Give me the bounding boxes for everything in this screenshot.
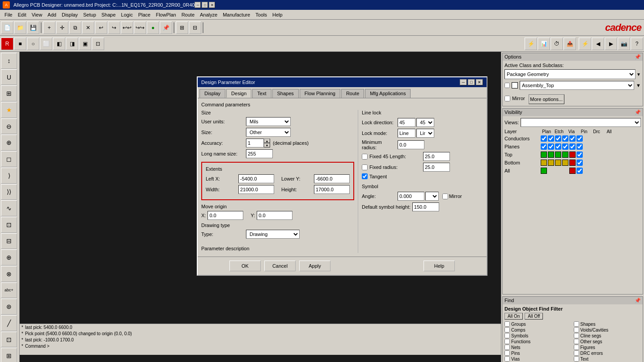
cond-pin[interactable] [562,135,568,142]
voids-checkbox[interactable] [574,327,579,333]
tab-shapes[interactable]: Shapes [272,89,299,98]
bot-all[interactable] [576,160,583,166]
t5[interactable]: ◧ [53,38,65,50]
r9[interactable]: ? [631,38,643,50]
menu-file[interactable]: File [2,11,15,18]
menu-tools[interactable]: Tools [253,11,270,18]
othersegs-checkbox[interactable] [574,339,579,344]
bot-col4[interactable] [562,160,568,166]
menu-help[interactable]: Help [270,11,285,18]
tool14[interactable]: ⊗ [1,266,17,282]
menu-analyze[interactable]: Analyze [197,11,220,18]
vias-checkbox[interactable] [504,356,510,362]
help-button[interactable]: Help [424,261,455,271]
t3[interactable]: ○ [27,38,39,50]
top-col4[interactable] [562,152,568,158]
tab-display[interactable]: Display [199,89,225,98]
plane-plan[interactable] [541,143,547,150]
top-col2[interactable] [548,152,554,158]
top-col3[interactable] [555,152,561,158]
top-all[interactable] [576,152,583,158]
apply-button[interactable]: Apply [299,261,330,271]
dialog-maximize[interactable]: □ [468,79,475,85]
fixed-radius-checkbox[interactable] [362,164,368,170]
drc-checkbox[interactable] [574,350,579,356]
cancel-button[interactable]: Cancel [264,261,296,271]
angle-input[interactable] [398,192,424,201]
options-pin[interactable]: 📌 [635,54,641,60]
plane-pin[interactable] [562,143,568,150]
left-x-input[interactable] [238,174,274,183]
tool6[interactable]: ⊕ [1,135,17,151]
symbol-mirror-checkbox[interactable] [442,194,448,199]
tool4[interactable]: ★ [1,102,17,118]
tool10[interactable]: ∿ [1,200,17,216]
cond-all[interactable] [576,135,583,142]
lock-dir-input[interactable] [398,118,415,127]
menu-place[interactable]: Place [136,11,153,18]
bot-col1[interactable] [541,160,547,166]
plane-etch[interactable] [548,143,554,150]
min-radius-input[interactable] [398,140,424,149]
lock-dir-dropdown[interactable]: 4590 [416,118,434,127]
cond-via[interactable] [555,135,561,142]
fixed45-input[interactable] [423,152,450,161]
r8[interactable]: 📷 [618,38,630,50]
t6[interactable]: ◨ [66,38,78,50]
menu-view[interactable]: View [29,11,45,18]
r7[interactable]: ▶ [605,38,617,50]
tab-text[interactable]: Text [252,89,271,98]
mirror-checkbox[interactable] [504,96,510,101]
plane-drc[interactable] [569,143,576,150]
figures-checkbox[interactable] [574,345,579,350]
assembly-checkbox[interactable] [504,83,510,88]
y-input[interactable] [257,211,292,220]
pins-checkbox[interactable] [504,350,510,356]
zoom-out-btn[interactable]: ⊟ [189,21,201,34]
tab-route[interactable]: Route [341,89,364,98]
maximize-button[interactable]: □ [202,2,208,8]
undo-btn[interactable]: ↩ [95,21,107,34]
plane-all[interactable] [576,143,583,150]
undo2-btn[interactable]: ↩↩ [121,21,133,34]
menu-display[interactable]: Display [59,11,80,18]
x-input[interactable] [208,211,243,220]
spin-up[interactable]: ▲ [264,139,270,143]
copy-btn[interactable]: ⧉ [69,21,81,34]
lock-mode-dropdown[interactable]: LineArc [416,129,434,138]
functions-checkbox[interactable] [504,339,510,344]
lock-mode-input[interactable] [398,129,415,138]
dialog-minimize[interactable]: ─ [460,79,467,85]
tool11[interactable]: ⊡ [1,217,17,233]
minimize-button[interactable]: ─ [195,2,201,8]
bot-col2[interactable] [548,160,554,166]
menu-setup[interactable]: Setup [80,11,99,18]
clinesegs-checkbox[interactable] [574,333,579,338]
tool2[interactable]: U [1,69,17,85]
all-all[interactable] [576,168,583,174]
dialog-close[interactable]: ✕ [476,79,483,85]
all-on-button[interactable]: All On [504,313,523,320]
t7[interactable]: ▣ [79,38,91,50]
menu-flowplan[interactable]: FlowPlan [153,11,178,18]
bot-col3[interactable] [555,160,561,166]
vis-pin[interactable]: 📌 [635,109,641,115]
accuracy-input[interactable] [246,139,264,147]
groups-checkbox[interactable] [504,321,510,327]
width-input[interactable] [238,185,274,194]
symbols-checkbox[interactable] [504,333,510,338]
text-checkbox[interactable] [574,356,579,362]
all-col1[interactable] [541,168,547,174]
tool3[interactable]: ⊞ [1,85,17,101]
fixed45-checkbox[interactable] [362,154,368,160]
plane-via[interactable] [555,143,561,150]
save-button[interactable]: 💾 [27,21,39,34]
views-select[interactable] [521,118,641,127]
tab-flow-planning[interactable]: Flow Planning [300,89,340,98]
tool-abc[interactable]: abc+ [1,282,17,299]
spin-down[interactable]: ▼ [264,143,270,147]
angle-dropdown[interactable]: ▼ [425,192,439,201]
tool9[interactable]: ⟩⟩ [1,184,17,200]
zoom-in-btn[interactable]: ⊞ [176,21,188,34]
r5[interactable]: ⚡ [579,38,591,50]
